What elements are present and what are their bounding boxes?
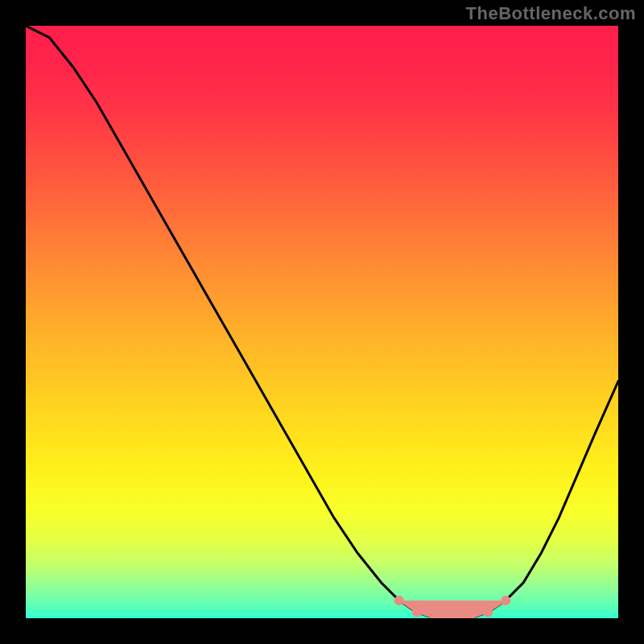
plot-area bbox=[26, 26, 618, 618]
bottleneck-curve bbox=[26, 26, 618, 618]
curve-path bbox=[26, 26, 618, 618]
watermark-text: TheBottleneck.com bbox=[466, 3, 636, 24]
optimal-marker-group bbox=[395, 597, 510, 618]
chart-frame: TheBottleneck.com bbox=[0, 0, 644, 644]
marker-path bbox=[395, 597, 510, 618]
